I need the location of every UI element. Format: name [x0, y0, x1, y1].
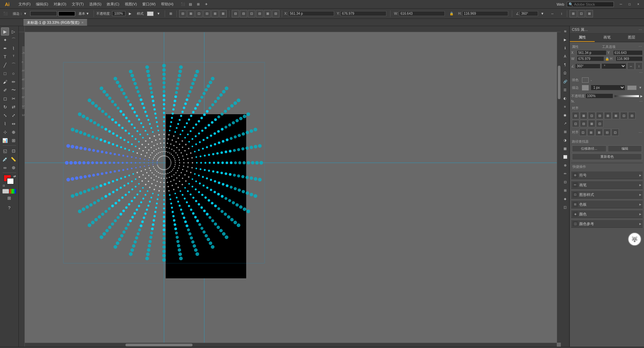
opacity-more-icon[interactable]: ⋯ [639, 99, 643, 103]
line-tool[interactable]: ╱ [1, 61, 9, 69]
scale-tool[interactable]: ⤡ [1, 111, 9, 119]
scissors-tool[interactable]: ✂ [9, 94, 17, 102]
align-to-4[interactable]: ⊟ [603, 129, 611, 136]
tab-brush[interactable]: 画笔 [595, 33, 620, 42]
opacity-prop-input[interactable] [586, 93, 613, 98]
lock-icon[interactable]: 🔒 [605, 57, 609, 61]
align-top-edges[interactable]: ⊟ [596, 112, 603, 119]
lrp-symbol[interactable]: ⊕ [561, 161, 569, 169]
lrp-opentype[interactable]: Ω [561, 69, 569, 77]
magic-wand-tool[interactable]: ✦ [1, 36, 9, 44]
dist-h-btn[interactable]: ⊟ [232, 10, 239, 17]
default-colors-icon[interactable]: ⊡ [3, 184, 5, 187]
eyedropper-tool[interactable]: 💉 [1, 155, 9, 163]
css-panel-options[interactable]: ⋯ [639, 28, 642, 31]
align-center-v[interactable]: ⊞ [604, 112, 611, 119]
lrp-brush[interactable]: ✏ [561, 170, 569, 177]
align-left-btn[interactable]: ⊟ [179, 10, 186, 17]
dist-3-btn[interactable]: ⊡ [248, 10, 255, 17]
align-more-icon[interactable]: ⋯ [639, 131, 642, 134]
align-to-1[interactable]: ⊡ [579, 129, 587, 136]
dist-v-btn[interactable]: ⊟ [240, 10, 247, 17]
stroke-dropdown-btn[interactable]: 基本 ▼ [76, 10, 91, 17]
canvas-scroll[interactable] [25, 32, 561, 347]
shear-tool[interactable]: ⤢ [9, 111, 17, 119]
lrp-color[interactable]: ◈ [561, 195, 569, 202]
lrp-stroke[interactable]: ⬜ [561, 153, 569, 160]
lrp-color-guide[interactable]: ◫ [561, 203, 569, 211]
align-bottom-btn[interactable]: ⊠ [219, 10, 227, 17]
data-tool[interactable]: ⊞ [9, 136, 17, 144]
reflect-v-btn[interactable]: ↕ [559, 11, 565, 16]
more-transform-icon[interactable]: ⋯ [639, 71, 643, 74]
opacity-arrow-icon[interactable]: ▶ [640, 94, 643, 98]
menu-view[interactable]: 视图(V) [122, 1, 140, 7]
arrange-btn[interactable]: ⊞ [167, 11, 174, 16]
angle-prop-input[interactable] [575, 64, 600, 69]
dist-5-btn[interactable]: ⊠ [264, 10, 271, 17]
lasso-tool[interactable]: ⌒ [9, 36, 17, 44]
w-prop-input[interactable] [577, 56, 604, 61]
menu-object[interactable]: 对象(O) [51, 1, 69, 7]
width-tool[interactable]: ⇔ [9, 120, 17, 128]
stroke-more-icon[interactable]: ▼ [639, 86, 642, 89]
align-to-3[interactable]: ⊠ [595, 129, 603, 136]
stroke-color-input[interactable] [30, 11, 57, 16]
lrp-library[interactable]: ☰ [561, 86, 569, 93]
opacity-input[interactable] [112, 11, 125, 16]
canvas-container[interactable]: -1400-1200-1000-800-600-400-200020040060… [19, 26, 561, 347]
align-bottom-edges[interactable]: ⊠ [612, 112, 620, 119]
v-scroll-thumb[interactable] [558, 66, 560, 99]
pen-tool[interactable]: ✒ [1, 44, 9, 52]
maximize-button[interactable]: □ [625, 1, 634, 7]
stroke-options-btn[interactable]: 描边： ▼ [11, 10, 29, 17]
graphic-style-header[interactable]: ⊡ 图形样式 ▶ [571, 191, 643, 199]
mesh-tool[interactable]: ⊡ [9, 147, 17, 155]
gradient-color-btn[interactable] [9, 189, 16, 194]
reflect-tool[interactable]: ⇄ [9, 103, 17, 111]
extra-btn-3[interactable]: ⊠ [586, 10, 593, 17]
lock-aspect-btn[interactable]: 🔒 [447, 11, 455, 16]
lrp-animation[interactable]: ▶ [561, 36, 569, 43]
distribute-top[interactable]: ⊟ [580, 120, 587, 127]
free-transform-tool[interactable]: ⊹ [1, 128, 9, 136]
angle-input[interactable] [520, 11, 538, 16]
screen-mode-btn[interactable]: ⊞ [5, 194, 13, 202]
path-finder-btn[interactable]: 位移路径... [572, 145, 606, 152]
extra-btn-2[interactable]: ⊡ [578, 10, 585, 17]
distribute-h[interactable]: ⊟ [628, 112, 636, 119]
distribute-left[interactable]: ⊡ [620, 112, 628, 119]
curvature-tool[interactable]: ⌇ [9, 44, 17, 52]
h-scrollbar[interactable] [25, 343, 557, 347]
stroke-swatch[interactable] [582, 85, 589, 90]
angle-unit-select[interactable]: ° [601, 63, 627, 69]
h-prop-input[interactable] [616, 56, 643, 61]
icon-btn-3[interactable]: ⊞ [195, 1, 202, 8]
gradient-tool[interactable]: ◱ [1, 147, 9, 155]
distribute-v[interactable]: ⊠ [588, 120, 595, 127]
doc-tab[interactable]: 未标题-1 @ 33.33% (RGB/预览) × [23, 19, 87, 26]
distribute-right[interactable]: ⊡ [572, 120, 579, 127]
close-button[interactable]: × [634, 1, 643, 7]
none-color-btn[interactable] [2, 189, 9, 194]
opacity-arrow-btn[interactable]: ▶ [127, 11, 133, 16]
style-color-swatch[interactable] [147, 11, 154, 16]
recolor-btn[interactable]: 重新着色 [572, 153, 642, 160]
align-to-5[interactable]: ⊡ [611, 129, 619, 136]
lrp-align[interactable]: ⊞ [561, 128, 569, 135]
align-left-edges[interactable]: ⊟ [572, 112, 579, 119]
menu-select[interactable]: 选择(S) [87, 1, 104, 7]
icon-btn-4[interactable]: ✈ [203, 1, 210, 8]
transform-tool-btn[interactable]: ⬛ [1, 11, 9, 16]
brush-tool[interactable]: 🖌 [1, 78, 9, 86]
lrp-attribute[interactable]: ≡ [561, 103, 569, 110]
edit-btn[interactable]: 编辑 [608, 145, 642, 152]
opacity-slider[interactable] [614, 95, 640, 97]
menu-edit[interactable]: 编辑(E) [33, 1, 51, 7]
align-right-edges[interactable]: ⊡ [588, 112, 595, 119]
reflect-h-btn[interactable]: ↔ [549, 11, 556, 16]
lrp-link[interactable]: 🔗 [561, 78, 569, 85]
lrp-info[interactable]: ℹ [561, 44, 569, 52]
lrp-gradient[interactable]: ▦ [561, 145, 569, 152]
symbol-header[interactable]: ⊕ 符号 ▶ [571, 171, 643, 179]
